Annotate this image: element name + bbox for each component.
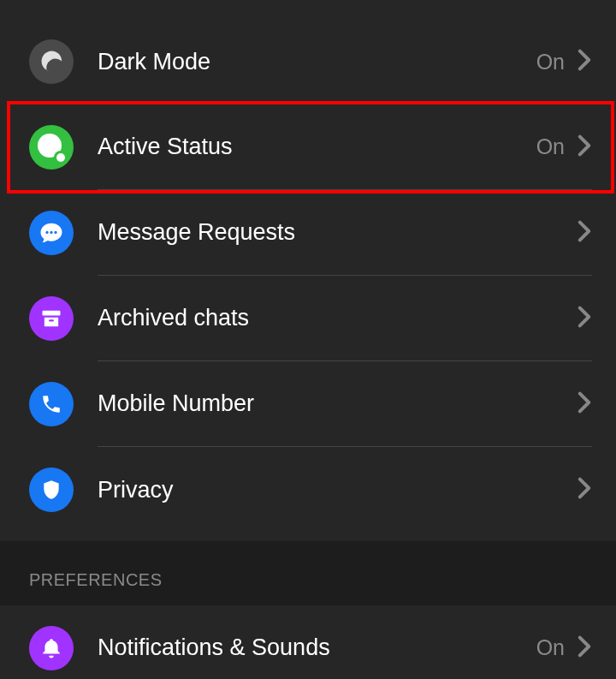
- chevron-right-icon: [577, 220, 592, 246]
- row-active-status[interactable]: Active Status On: [0, 104, 616, 190]
- message-icon: [29, 211, 74, 255]
- row-label: Dark Mode: [98, 49, 536, 75]
- row-notifications-sounds[interactable]: Notifications & Sounds On: [0, 605, 616, 679]
- shield-icon: [29, 468, 74, 512]
- svg-point-2: [56, 153, 65, 162]
- row-message-requests[interactable]: Message Requests: [0, 190, 616, 276]
- row-value: On: [536, 50, 565, 74]
- row-archived-chats[interactable]: Archived chats: [0, 276, 616, 361]
- row-dark-mode[interactable]: Dark Mode On: [0, 19, 616, 104]
- svg-point-3: [45, 231, 48, 234]
- row-label: Mobile Number: [98, 390, 577, 417]
- row-value: On: [536, 635, 565, 660]
- row-label: Archived chats: [98, 305, 577, 331]
- row-privacy[interactable]: Privacy: [0, 447, 616, 533]
- svg-point-5: [54, 231, 56, 234]
- section-header-preferences: PREFERENCES: [0, 541, 616, 605]
- bell-icon: [29, 626, 74, 670]
- chevron-right-icon: [577, 306, 592, 331]
- row-label: Message Requests: [98, 219, 577, 246]
- phone-icon: [29, 382, 74, 426]
- chevron-right-icon: [577, 391, 592, 417]
- svg-rect-7: [49, 319, 54, 321]
- active-status-icon: [29, 125, 74, 170]
- svg-point-4: [50, 231, 52, 234]
- moon-icon: [29, 39, 74, 84]
- chevron-right-icon: [577, 477, 592, 503]
- settings-list: Dark Mode On Active Status On: [0, 0, 616, 679]
- chevron-right-icon: [577, 635, 592, 661]
- row-label: Notifications & Sounds: [98, 634, 536, 661]
- row-label: Privacy: [98, 477, 577, 503]
- chevron-right-icon: [577, 134, 592, 160]
- archive-icon: [29, 296, 74, 341]
- svg-rect-6: [43, 311, 61, 316]
- row-value: On: [536, 134, 565, 159]
- chevron-right-icon: [577, 49, 592, 74]
- row-label: Active Status: [98, 134, 536, 160]
- row-mobile-number[interactable]: Mobile Number: [0, 361, 616, 447]
